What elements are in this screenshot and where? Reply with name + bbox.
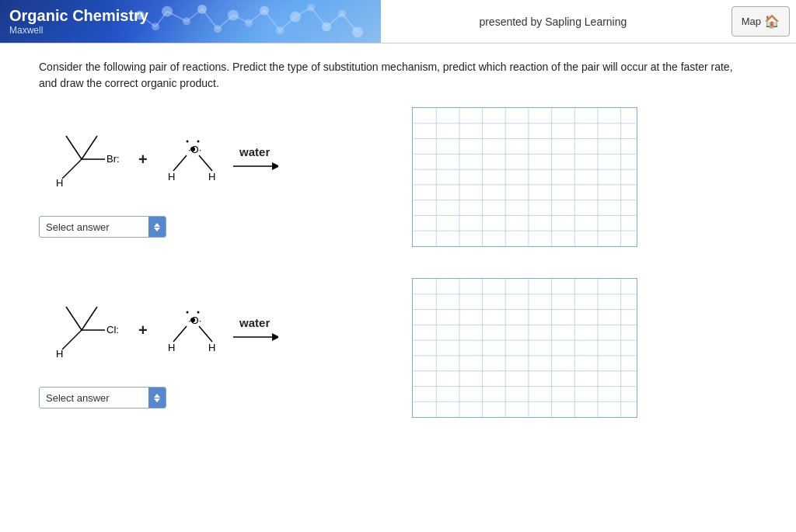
reaction-1-grid[interactable]	[412, 107, 637, 247]
svg-line-40	[199, 155, 212, 171]
app-title: Organic Chemistry	[9, 7, 381, 25]
arrow-down-icon	[154, 228, 160, 231]
arrow-up-icon	[154, 223, 160, 227]
reaction-2-select-arrows	[148, 388, 166, 408]
reaction-2-water-label: water	[239, 316, 270, 329]
svg-text:H: H	[208, 342, 215, 353]
arrow-down-icon-2	[154, 398, 160, 402]
tert-butyl-chloride-svg: Cl: H	[39, 287, 124, 373]
svg-text:H: H	[56, 348, 63, 360]
content: Consider the following pair of reactions…	[0, 43, 796, 532]
svg-point-36	[186, 141, 188, 143]
svg-line-32	[66, 136, 82, 159]
svg-line-33	[62, 159, 82, 179]
reaction-2-row: Cl: H +	[39, 278, 757, 418]
reaction-2-select[interactable]: Select answer	[39, 387, 166, 409]
reaction-1-water-label: water	[239, 145, 270, 158]
arrow-up-icon-2	[154, 394, 160, 398]
map-label: Map	[742, 16, 761, 27]
map-icon: 🏠	[764, 14, 780, 29]
svg-text:·O·: ·O·	[188, 315, 201, 326]
water-1-svg: ·O· H H	[162, 132, 224, 186]
reaction-2-arrow	[232, 329, 278, 345]
svg-line-39	[173, 155, 187, 171]
reaction-1-select-arrows	[148, 217, 166, 237]
svg-line-65	[66, 307, 82, 330]
map-button[interactable]: Map 🏠	[731, 6, 790, 37]
reaction-2-select-text: Select answer	[40, 391, 148, 405]
svg-text:Cl:: Cl:	[106, 324, 119, 336]
reaction-2-select-row: Select answer	[39, 387, 166, 409]
reaction-1-select[interactable]: Select answer	[39, 216, 166, 238]
svg-line-31	[82, 136, 97, 159]
reaction-2-grid[interactable]	[412, 278, 637, 418]
header-brand: Organic Chemistry Maxwell	[0, 0, 381, 43]
reaction-2-arrow-area: water	[232, 316, 278, 345]
reaction-2-grid-svg	[413, 279, 637, 417]
reaction-1-select-text: Select answer	[40, 220, 148, 235]
reaction-1-molecule-area: Br: H +	[39, 116, 412, 238]
svg-line-72	[173, 326, 187, 342]
header-center: presented by Sapling Learning	[381, 0, 725, 43]
svg-text:H: H	[208, 171, 215, 183]
svg-text:H: H	[168, 171, 175, 183]
reaction-1-row: Br: H +	[39, 107, 757, 247]
tert-butyl-bromide-svg: Br: H	[39, 116, 124, 202]
svg-line-73	[199, 326, 212, 342]
reaction-1-arrow	[232, 158, 278, 174]
svg-marker-44	[272, 162, 278, 170]
reaction-1-select-row: Select answer	[39, 216, 166, 238]
reaction-2-plus: +	[138, 322, 148, 339]
svg-line-66	[62, 330, 82, 349]
svg-text:H: H	[168, 342, 175, 353]
reaction-2-molecule-area: Cl: H +	[39, 287, 412, 409]
reaction-1-plus: +	[138, 151, 148, 169]
svg-text:Br:: Br:	[106, 153, 120, 165]
svg-point-37	[197, 141, 199, 143]
water-2-svg: ·O· H H	[162, 303, 224, 357]
svg-point-69	[186, 311, 188, 314]
app-subtitle: Maxwell	[9, 25, 381, 36]
svg-text:H: H	[56, 177, 63, 189]
svg-marker-77	[272, 333, 278, 341]
reaction-2-molecule-row: Cl: H +	[39, 287, 278, 373]
header: Organic Chemistry Maxwell presented by S…	[0, 0, 796, 43]
svg-point-70	[197, 311, 199, 314]
svg-text:·O·: ·O·	[188, 144, 201, 155]
svg-line-64	[82, 307, 97, 330]
presented-by: presented by Sapling Learning	[479, 16, 627, 28]
reaction-1-arrow-area: water	[232, 145, 278, 174]
question-text: Consider the following pair of reactions…	[39, 59, 738, 92]
reaction-1-molecule-row: Br: H +	[39, 116, 278, 202]
reaction-1-grid-svg	[413, 108, 637, 246]
